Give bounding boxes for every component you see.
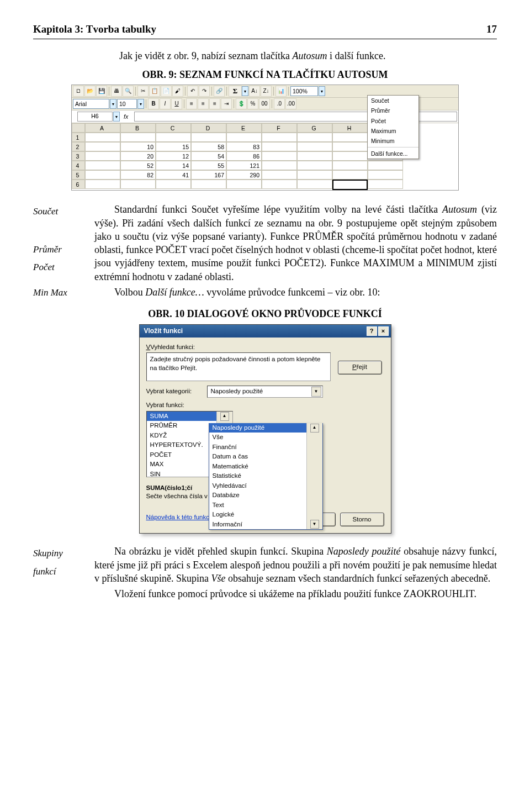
format-painter-icon[interactable]: 🖌 — [172, 86, 183, 97]
cat-vse[interactable]: Vše — [209, 433, 322, 442]
chapter-title: Kapitola 3: Tvorba tabulky — [33, 22, 156, 36]
font-name-box[interactable]: Arial — [73, 99, 109, 109]
preview-icon[interactable]: 🔍 — [123, 86, 134, 97]
sort-desc-icon[interactable]: Z↓ — [261, 86, 272, 97]
page-number: 17 — [486, 22, 497, 36]
help-link[interactable]: Nápověda k této funkci — [146, 513, 211, 522]
name-box[interactable]: H6 — [77, 112, 113, 122]
combo-arrow-icon[interactable]: ▼ — [311, 387, 321, 397]
help-icon[interactable]: ? — [367, 326, 377, 336]
cat-vyhled[interactable]: Vyhledávací — [209, 481, 322, 491]
category-combo[interactable]: Naposledy použité ▼ — [207, 386, 323, 398]
copy-icon[interactable]: 📋 — [149, 86, 160, 97]
body-para-3: Na obrázku je vidět přehled skupin funkc… — [94, 545, 497, 585]
save-icon[interactable]: 💾 — [96, 86, 107, 97]
toolbar-row-1: 🗋 📂 💾 🖶 🔍 ✂ 📋 📄 🖌 ↶ ↷ 🔗 Σ ▼ A↓ Z↓ 📊 100%… — [72, 85, 458, 98]
menu-maximum[interactable]: Maximum — [368, 126, 418, 136]
category-label: Vybrat kategorii: — [146, 387, 204, 396]
comma-icon[interactable]: 00 — [259, 98, 270, 109]
cat-logic[interactable]: Logické — [209, 510, 322, 520]
cat-matem[interactable]: Matematické — [209, 462, 322, 472]
cancel-button[interactable]: Storno — [340, 513, 384, 526]
cat-info[interactable]: Informační — [209, 520, 322, 530]
dec-decimal-icon[interactable]: .00 — [285, 98, 296, 109]
margin-notes-1: Součet Průměr Počet Min Max — [33, 203, 86, 302]
margin-prumer: Průměr — [33, 241, 86, 259]
new-icon[interactable]: 🗋 — [73, 86, 84, 97]
dialog-title-text: Vložit funkci — [144, 326, 183, 335]
size-drop[interactable]: ▼ — [137, 99, 144, 109]
undo-icon[interactable]: ↶ — [187, 86, 198, 97]
italic-icon[interactable]: I — [160, 98, 171, 109]
namebox-drop[interactable]: ▼ — [113, 112, 120, 122]
percent-icon[interactable]: % — [247, 98, 258, 109]
open-icon[interactable]: 📂 — [84, 86, 96, 97]
menu-dalsi[interactable]: Další funkce... — [368, 149, 418, 159]
dialog-titlebar: Vložit funkci ? × — [140, 325, 391, 338]
autosum-button[interactable]: Σ ▼ — [229, 86, 248, 97]
redo-icon[interactable]: ↷ — [199, 86, 210, 97]
align-left-icon[interactable]: ≡ — [186, 98, 197, 109]
cat-stat[interactable]: Statistické — [209, 471, 322, 481]
font-size-box[interactable]: 10 — [117, 99, 137, 109]
function-label: Vybrat funkci: — [146, 401, 384, 410]
fx-icon[interactable]: fx — [124, 113, 128, 120]
merge-icon[interactable]: ⇥ — [221, 98, 232, 109]
go-button[interactable]: Přejít — [338, 361, 382, 375]
inc-decimal-icon[interactable]: .0 — [274, 98, 285, 109]
link-icon[interactable]: 🔗 — [214, 86, 225, 97]
page-header: Kapitola 3: Tvorba tabulky 17 — [33, 22, 497, 39]
margin-skupiny: Skupiny funkcí — [33, 545, 86, 581]
body-para-4: Vložení funkce pomocí průvodce si ukážem… — [94, 587, 497, 600]
cat-datum[interactable]: Datum a čas — [209, 452, 322, 462]
margin-minmax: Min Max — [33, 284, 86, 302]
sigma-icon: Σ — [229, 86, 242, 97]
bold-icon[interactable]: B — [148, 98, 159, 109]
underline-icon[interactable]: U — [171, 98, 182, 109]
align-center-icon[interactable]: ≡ — [198, 98, 209, 109]
search-label: VVyhledat funkci: — [146, 343, 384, 352]
menu-minimum[interactable]: Minimum — [368, 136, 418, 146]
menu-pocet[interactable]: Počet — [368, 116, 418, 126]
margin-soucet: Součet — [33, 203, 86, 220]
chart-icon[interactable]: 📊 — [275, 86, 287, 97]
category-dropdown-open: Naposledy použité Vše Finanční Datum a č… — [209, 423, 323, 530]
cut-icon[interactable]: ✂ — [137, 86, 149, 97]
insert-function-dialog: Vložit funkci ? × VVyhledat funkci: Zade… — [139, 324, 391, 534]
figure-10-caption: OBR. 10 DIALOGOVÉ OKNO PRŮVODCE FUNKCÍ — [33, 307, 497, 320]
print-icon[interactable]: 🖶 — [111, 86, 122, 97]
menu-prumer[interactable]: Průměr — [368, 106, 418, 115]
figure-9-excel: 🗋 📂 💾 🖶 🔍 ✂ 📋 📄 🖌 ↶ ↷ 🔗 Σ ▼ A↓ Z↓ 📊 100%… — [71, 85, 459, 191]
margin-pocet: Počet — [33, 259, 86, 276]
zoom-dropdown[interactable]: ▼ — [319, 86, 325, 96]
close-icon[interactable]: × — [378, 326, 389, 336]
font-drop[interactable]: ▼ — [110, 99, 116, 109]
align-right-icon[interactable]: ≡ — [209, 98, 220, 109]
cat-db[interactable]: Databáze — [209, 491, 322, 500]
intro-paragraph: Jak je vidět z obr. 9, nabízí seznam tla… — [99, 49, 497, 62]
zoom-box[interactable]: 100% — [290, 86, 318, 96]
currency-icon[interactable]: 💲 — [236, 98, 247, 109]
catlist-scrollbar[interactable]: ▲▼ — [306, 423, 322, 530]
cat-naposledy[interactable]: Naposledy použité — [209, 423, 322, 433]
search-textbox[interactable]: Zadejte stručný popis požadované činnost… — [146, 352, 331, 381]
cat-financni[interactable]: Finanční — [209, 442, 322, 452]
menu-soucet[interactable]: Součet — [368, 96, 418, 106]
autosum-dropdown-arrow[interactable]: ▼ — [242, 86, 248, 96]
sort-asc-icon[interactable]: A↓ — [249, 86, 260, 97]
body-para-2: Volbou Další funkce… vyvoláme průvodce f… — [94, 286, 497, 299]
margin-notes-2: Skupiny funkcí — [33, 545, 86, 603]
figure-9-caption: OBR. 9: SEZNAM FUNKCÍ NA TLAČÍTKU AUTOSU… — [33, 68, 497, 81]
cat-text[interactable]: Text — [209, 500, 322, 510]
paste-icon[interactable]: 📄 — [161, 86, 172, 97]
autosum-menu: Součet Průměr Počet Maximum Minimum Dalš… — [367, 95, 419, 159]
body-para-1: Standardní funkci Součet vyřešíme lépe v… — [94, 203, 497, 283]
